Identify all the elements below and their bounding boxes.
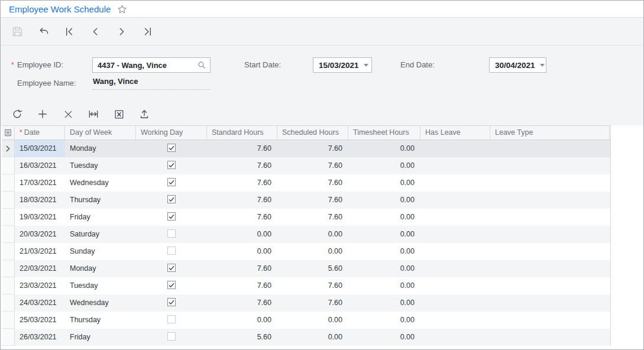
grid-cell-scheduled[interactable]: 7.60	[277, 277, 348, 294]
grid-cell-working[interactable]	[136, 226, 207, 243]
grid-cell-has_leave[interactable]	[420, 312, 490, 329]
checkbox-checked[interactable]	[167, 144, 176, 152]
grid-cell-timesheet[interactable]: 0.00	[348, 157, 420, 174]
checkbox-checked[interactable]	[167, 161, 176, 169]
grid-cell-scheduled[interactable]: 0.00	[277, 243, 348, 260]
grid-cell-working[interactable]	[136, 329, 207, 346]
employee-id-input[interactable]: 4437 - Wang, Vince	[92, 57, 211, 73]
grid-cell-leave_type[interactable]	[490, 157, 610, 174]
row-selector[interactable]	[2, 209, 15, 226]
grid-cell-has_leave[interactable]	[420, 226, 490, 243]
row-selector[interactable]	[2, 174, 15, 192]
checkbox-unchecked[interactable]	[167, 315, 176, 323]
grid-cell-timesheet[interactable]: 0.00	[348, 260, 420, 277]
grid-cell-leave_type[interactable]	[490, 226, 610, 243]
favorite-button[interactable]	[117, 4, 127, 14]
column-header-standard[interactable]: Standard Hours	[207, 126, 277, 140]
grid-cell-standard[interactable]: 7.60	[207, 192, 277, 209]
column-header-has_leave[interactable]: Has Leave	[420, 126, 490, 140]
add-row-button[interactable]	[34, 105, 51, 123]
load-from-file-button[interactable]	[135, 105, 153, 123]
grid-cell-working[interactable]	[136, 192, 207, 209]
checkbox-unchecked[interactable]	[167, 247, 176, 255]
grid-cell-date[interactable]: 15/03/2021	[15, 140, 65, 157]
grid-cell-timesheet[interactable]: 0.00	[348, 329, 420, 346]
grid-cell-has_leave[interactable]	[420, 260, 490, 277]
row-selector[interactable]	[2, 329, 15, 346]
grid-cell-day[interactable]: Friday	[65, 329, 136, 346]
grid-cell-working[interactable]	[136, 260, 207, 277]
grid-cell-working[interactable]	[136, 140, 207, 157]
grid-cell-standard[interactable]: 5.60	[207, 329, 277, 346]
grid-cell-standard[interactable]: 0.00	[207, 243, 277, 260]
checkbox-checked[interactable]	[167, 195, 176, 203]
column-header-leave_type[interactable]: Leave Type	[490, 126, 610, 140]
grid-cell-date[interactable]: 22/03/2021	[15, 260, 65, 277]
grid-cell-leave_type[interactable]	[490, 174, 610, 192]
grid-cell-has_leave[interactable]	[420, 277, 490, 294]
row-selector[interactable]	[2, 157, 15, 174]
grid-cell-leave_type[interactable]	[490, 209, 610, 226]
grid-cell-has_leave[interactable]	[420, 329, 490, 346]
grid-cell-date[interactable]: 26/03/2021	[15, 329, 65, 346]
grid-cell-day[interactable]: Tuesday	[65, 157, 136, 174]
grid-cell-date[interactable]: 23/03/2021	[15, 277, 65, 294]
grid-cell-working[interactable]	[136, 174, 207, 192]
grid-cell-day[interactable]: Monday	[65, 260, 136, 277]
grid-cell-has_leave[interactable]	[420, 157, 490, 174]
column-header-timesheet[interactable]: Timesheet Hours	[348, 126, 420, 140]
grid-cell-day[interactable]: Wednesday	[65, 294, 136, 312]
grid-cell-date[interactable]: 20/03/2021	[15, 226, 65, 243]
grid-cell-timesheet[interactable]: 0.00	[348, 312, 420, 329]
chevron-down-icon[interactable]	[364, 64, 368, 67]
grid-cell-standard[interactable]: 7.60	[207, 294, 277, 312]
grid-cell-date[interactable]: 19/03/2021	[15, 209, 65, 226]
row-selector[interactable]	[2, 226, 15, 243]
grid-cell-day[interactable]: Thursday	[65, 312, 136, 329]
grid-cell-working[interactable]	[136, 277, 207, 294]
grid-cell-scheduled[interactable]: 7.60	[277, 192, 348, 209]
grid-cell-timesheet[interactable]: 0.00	[348, 174, 420, 192]
column-header-scheduled[interactable]: Scheduled Hours	[277, 126, 348, 140]
checkbox-checked[interactable]	[167, 281, 176, 289]
grid-cell-leave_type[interactable]	[490, 243, 610, 260]
grid-cell-scheduled[interactable]: 7.60	[277, 209, 348, 226]
grid-cell-day[interactable]: Wednesday	[65, 174, 136, 192]
grid-cell-day[interactable]: Tuesday	[65, 277, 136, 294]
cancel-button[interactable]	[34, 22, 52, 40]
grid-cell-has_leave[interactable]	[420, 209, 490, 226]
grid-cell-has_leave[interactable]	[420, 243, 490, 260]
column-header-day[interactable]: Day of Week	[65, 126, 136, 140]
row-selector[interactable]	[2, 243, 15, 260]
grid-cell-day[interactable]: Thursday	[65, 192, 136, 209]
grid-cell-timesheet[interactable]: 0.00	[348, 294, 420, 312]
checkbox-unchecked[interactable]	[167, 332, 176, 341]
grid-cell-timesheet[interactable]: 0.00	[348, 140, 420, 157]
grid-cell-standard[interactable]: 7.60	[207, 140, 277, 157]
grid-cell-working[interactable]	[136, 157, 207, 174]
row-selector[interactable]	[2, 277, 15, 294]
grid-cell-day[interactable]: Monday	[65, 140, 136, 157]
row-selector[interactable]	[2, 260, 15, 277]
grid-cell-has_leave[interactable]	[420, 174, 490, 192]
row-selector[interactable]	[2, 192, 15, 209]
checkbox-unchecked[interactable]	[167, 229, 176, 238]
grid-cell-working[interactable]	[136, 312, 207, 329]
grid-cell-day[interactable]: Saturday	[65, 226, 136, 243]
grid-cell-scheduled[interactable]: 7.60	[277, 140, 348, 157]
grid-cell-scheduled[interactable]: 0.00	[277, 329, 348, 346]
go-last-button[interactable]	[138, 22, 156, 40]
delete-row-button[interactable]	[59, 105, 77, 123]
grid-cell-timesheet[interactable]: 0.00	[348, 243, 420, 260]
chevron-down-icon[interactable]	[540, 64, 545, 67]
grid-cell-leave_type[interactable]	[490, 192, 610, 209]
grid-cell-scheduled[interactable]: 0.00	[277, 226, 348, 243]
grid-cell-standard[interactable]: 7.60	[207, 209, 277, 226]
go-next-button[interactable]	[112, 22, 130, 40]
grid-cell-working[interactable]	[136, 243, 207, 260]
grid-cell-working[interactable]	[136, 209, 207, 226]
grid-cell-standard[interactable]: 7.60	[207, 157, 277, 174]
grid-cell-date[interactable]: 24/03/2021	[15, 294, 65, 312]
checkbox-checked[interactable]	[167, 264, 176, 272]
grid-cell-leave_type[interactable]	[490, 260, 610, 277]
